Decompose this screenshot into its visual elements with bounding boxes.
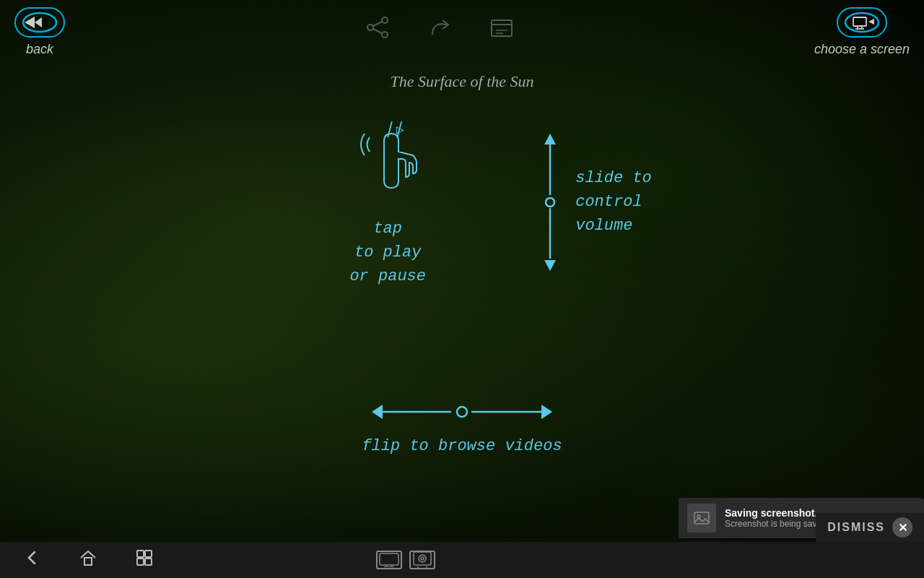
svg-rect-26 bbox=[694, 512, 709, 524]
svg-rect-30 bbox=[145, 551, 152, 557]
svg-line-6 bbox=[373, 29, 382, 33]
svg-point-38 bbox=[419, 555, 426, 562]
svg-rect-31 bbox=[137, 558, 144, 565]
export-icon bbox=[489, 14, 515, 40]
svg-point-4 bbox=[382, 32, 388, 38]
nav-recents-icon bbox=[134, 548, 154, 568]
svg-marker-13 bbox=[868, 19, 874, 25]
redo-button[interactable] bbox=[427, 14, 453, 43]
video-title: The Surface of the Sun bbox=[0, 72, 924, 91]
nav-left-group bbox=[22, 548, 154, 572]
nav-media-icon[interactable] bbox=[409, 551, 435, 569]
nav-bar bbox=[0, 542, 924, 578]
svg-marker-20 bbox=[544, 260, 556, 271]
back-button[interactable] bbox=[14, 7, 65, 38]
export-button[interactable] bbox=[489, 14, 515, 43]
svg-line-5 bbox=[373, 22, 382, 26]
choose-screen-button[interactable] bbox=[837, 7, 887, 38]
tap-gesture-icon: || ▷ bbox=[344, 116, 431, 210]
flip-gesture-section: flip to browse videos bbox=[0, 397, 924, 455]
svg-rect-33 bbox=[380, 553, 398, 565]
svg-marker-25 bbox=[541, 405, 552, 419]
nav-back-icon bbox=[22, 548, 42, 568]
flip-instruction: flip to browse videos bbox=[362, 437, 562, 455]
nav-tv-icon bbox=[379, 553, 399, 567]
nav-home-icon bbox=[78, 548, 98, 568]
svg-marker-1 bbox=[35, 17, 42, 27]
volume-instruction: slide to control volume bbox=[575, 166, 652, 238]
back-label: back bbox=[26, 42, 53, 57]
nav-center-group bbox=[376, 551, 435, 569]
redo-icon bbox=[427, 14, 453, 40]
choose-screen-label: choose a screen bbox=[814, 42, 910, 57]
volume-arrow-indicator bbox=[539, 130, 561, 275]
choose-screen-area[interactable]: choose a screen bbox=[814, 7, 910, 57]
thumbnail-icon bbox=[693, 509, 710, 527]
svg-rect-37 bbox=[414, 552, 431, 565]
svg-rect-9 bbox=[853, 17, 866, 26]
svg-point-39 bbox=[421, 557, 424, 560]
toast-thumbnail bbox=[687, 504, 716, 532]
share-icon bbox=[365, 14, 391, 40]
nav-home-button[interactable] bbox=[78, 548, 98, 572]
volume-line-icon bbox=[539, 130, 561, 275]
nav-music-icon bbox=[412, 551, 432, 569]
svg-point-23 bbox=[457, 407, 467, 417]
main-content: back bbox=[0, 0, 924, 542]
tap-gesture-section: || ▷ tap to play or pause bbox=[344, 116, 431, 288]
svg-rect-29 bbox=[137, 551, 144, 557]
svg-marker-16 bbox=[544, 134, 556, 144]
svg-point-18 bbox=[546, 198, 554, 207]
nav-screen-icon[interactable] bbox=[376, 551, 402, 569]
dismiss-bar: DISMISS ✕ bbox=[816, 513, 924, 542]
share-button[interactable] bbox=[365, 14, 391, 43]
nav-recents-button[interactable] bbox=[134, 548, 154, 572]
svg-point-2 bbox=[382, 17, 388, 23]
svg-point-3 bbox=[367, 25, 373, 30]
back-button-icon bbox=[22, 12, 58, 33]
toolbar-center-icons bbox=[365, 7, 515, 43]
volume-gesture-section: slide to control volume bbox=[539, 130, 652, 275]
dismiss-button[interactable]: ✕ bbox=[892, 517, 912, 538]
flip-arrow-icon bbox=[368, 397, 556, 426]
svg-rect-32 bbox=[145, 558, 152, 565]
svg-marker-21 bbox=[372, 405, 383, 419]
toolbar: back bbox=[0, 0, 924, 79]
dismiss-label: DISMISS bbox=[827, 521, 885, 534]
back-button-area[interactable]: back bbox=[14, 7, 65, 57]
svg-text:▷: ▷ bbox=[396, 121, 404, 137]
screen-icon bbox=[844, 12, 880, 33]
tap-instruction: tap to play or pause bbox=[349, 217, 426, 288]
nav-back-button[interactable] bbox=[22, 548, 42, 572]
svg-rect-28 bbox=[84, 558, 92, 565]
